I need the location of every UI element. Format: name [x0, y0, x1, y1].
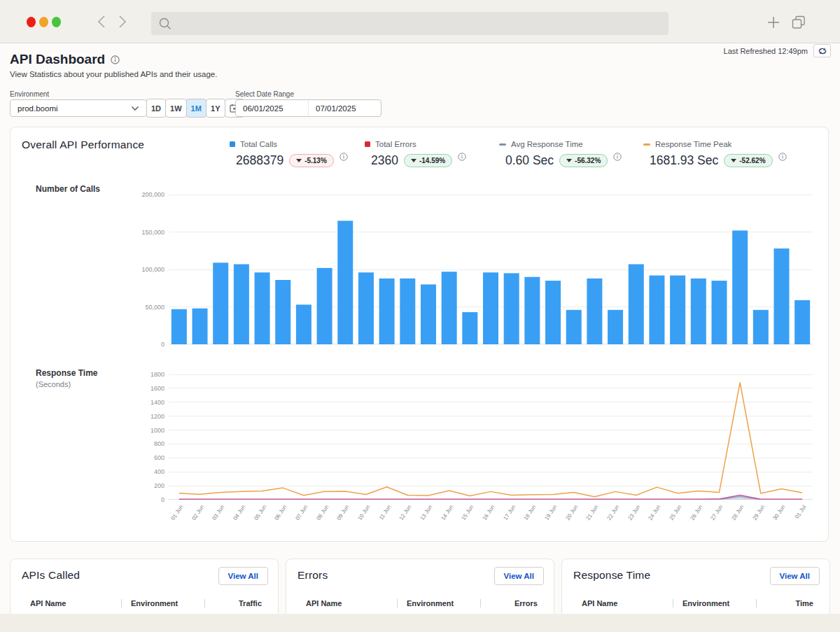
address-bar[interactable] — [151, 12, 668, 35]
performance-card-title: Overall API Performance — [22, 139, 144, 151]
bar-09-Jun[interactable] — [337, 220, 353, 344]
date-to-field[interactable]: 07/01/2025 — [308, 100, 381, 116]
stat-value: 1681.93 Sec — [650, 153, 718, 168]
search-icon — [151, 17, 172, 31]
tab-overview-icon[interactable] — [791, 15, 806, 30]
bar-y-tick: 100,000 — [122, 266, 164, 273]
range-1m-button[interactable]: 1M — [186, 99, 206, 118]
line-y-tick: 1000 — [122, 427, 164, 434]
stat-total-errors: Total Errors2360-14.59% — [365, 136, 466, 168]
bar-08-Jun[interactable] — [317, 268, 332, 344]
line-x-tick: 05 Jun — [244, 504, 267, 534]
chevron-down-icon — [131, 106, 139, 111]
bar-23-Jun[interactable] — [629, 265, 644, 344]
stat-value: 2688379 — [236, 153, 284, 168]
bar-18-Jun[interactable] — [524, 277, 540, 344]
calls-bar-chart[interactable] — [169, 195, 813, 344]
search-input[interactable] — [172, 12, 668, 35]
window-minimize-icon[interactable] — [39, 17, 48, 27]
new-tab-icon[interactable] — [766, 15, 781, 30]
bar-30-Jun[interactable] — [774, 248, 789, 344]
line-x-tick: 25 Jun — [659, 504, 682, 534]
back-icon[interactable] — [96, 15, 108, 29]
forward-icon[interactable] — [115, 15, 128, 29]
refresh-icon[interactable] — [813, 44, 831, 57]
info-icon[interactable] — [778, 153, 787, 161]
last-refreshed-text: Last Refreshed 12:49pm — [724, 47, 808, 55]
bar-y-tick: 50,000 — [122, 304, 164, 311]
bar-24-Jun[interactable] — [649, 276, 664, 344]
column-header: API Name — [582, 599, 673, 608]
line-x-tick: 10 Jun — [348, 504, 371, 534]
card-title: Errors — [298, 569, 328, 582]
bar-20-Jun[interactable] — [566, 310, 582, 344]
stat-label: Total Calls — [240, 140, 277, 148]
view-all-button[interactable]: View All — [494, 567, 544, 585]
bar-11-Jun[interactable] — [379, 279, 395, 344]
line-y-tick: 1800 — [122, 371, 164, 378]
bar-03-Jun[interactable] — [213, 262, 228, 344]
bar-13-Jun[interactable] — [421, 284, 436, 344]
legend-marker-icon — [643, 143, 650, 146]
triangle-down-icon — [731, 159, 736, 162]
info-icon[interactable] — [340, 153, 348, 161]
bar-06-Jun[interactable] — [275, 280, 290, 344]
view-all-button[interactable]: View All — [770, 567, 820, 585]
page-title-text: API Dashboard — [10, 52, 105, 67]
view-all-button[interactable]: View All — [218, 567, 268, 585]
line-x-tick: 27 Jun — [701, 504, 724, 534]
line-y-tick: 1600 — [122, 385, 164, 392]
bar-y-tick: 200,000 — [122, 191, 164, 198]
bar-02-Jun[interactable] — [192, 309, 208, 344]
bar-10-Jun[interactable] — [358, 272, 374, 344]
column-header: Environment — [673, 599, 756, 608]
stat-avg-response-time: Avg Response Time0.60 Sec-56.32% — [499, 136, 622, 168]
line-y-tick: 0 — [122, 496, 164, 503]
environment-select[interactable]: prod.boomi — [10, 99, 147, 117]
line-x-tick: 14 Jun — [431, 504, 454, 534]
legend-marker-icon — [499, 143, 506, 146]
bar-04-Jun[interactable] — [234, 265, 249, 344]
date-from-field[interactable]: 06/01/2025 — [236, 100, 308, 116]
bar-01-Jul[interactable] — [794, 300, 810, 344]
column-header: Time — [757, 599, 813, 608]
info-icon[interactable] — [613, 153, 622, 161]
bar-28-Jun[interactable] — [732, 230, 748, 344]
range-1d-button[interactable]: 1D — [146, 99, 166, 118]
bar-19-Jun[interactable] — [545, 281, 561, 344]
table-header-row: API NameEnvironmentErrors — [286, 599, 554, 608]
bar-29-Jun[interactable] — [753, 310, 769, 344]
stat-response-time-peak: Response Time Peak1681.93 Sec-52.62% — [643, 136, 787, 168]
bar-25-Jun[interactable] — [670, 276, 685, 344]
column-header: Traffic — [205, 599, 262, 608]
card-apis-called: APIs CalledView AllAPI NameEnvironmentTr… — [10, 559, 279, 614]
window-close-icon[interactable] — [27, 17, 36, 27]
bar-22-Jun[interactable] — [608, 310, 623, 344]
bar-15-Jun[interactable] — [462, 312, 477, 344]
info-icon[interactable] — [111, 55, 120, 64]
series-total-errors[interactable] — [179, 496, 802, 500]
line-x-tick: 26 Jun — [680, 504, 704, 534]
bar-21-Jun[interactable] — [587, 279, 602, 344]
environment-value: prod.boomi — [18, 104, 58, 113]
line-x-tick: 15 Jun — [452, 504, 475, 534]
series-response-time-peak[interactable] — [179, 383, 802, 497]
bar-26-Jun[interactable] — [691, 279, 706, 344]
window-maximize-icon[interactable] — [52, 17, 61, 27]
info-icon[interactable] — [458, 153, 466, 161]
range-1w-button[interactable]: 1W — [165, 99, 187, 118]
bar-27-Jun[interactable] — [711, 281, 727, 344]
overall-performance-card: Overall API Performance Total Calls26883… — [10, 127, 829, 542]
bar-17-Jun[interactable] — [504, 273, 519, 344]
bar-01-Jun[interactable] — [172, 309, 187, 344]
bar-05-Jun[interactable] — [255, 272, 270, 344]
bar-16-Jun[interactable] — [483, 272, 498, 344]
line-x-tick: 17 Jun — [493, 504, 517, 534]
bar-14-Jun[interactable] — [442, 272, 457, 344]
range-1y-button[interactable]: 1Y — [206, 99, 225, 118]
bar-07-Jun[interactable] — [296, 304, 312, 344]
bar-12-Jun[interactable] — [400, 279, 415, 344]
response-time-line-chart[interactable] — [169, 374, 813, 500]
line-y-tick: 200 — [122, 482, 164, 489]
stat-value: 2360 — [371, 153, 398, 168]
